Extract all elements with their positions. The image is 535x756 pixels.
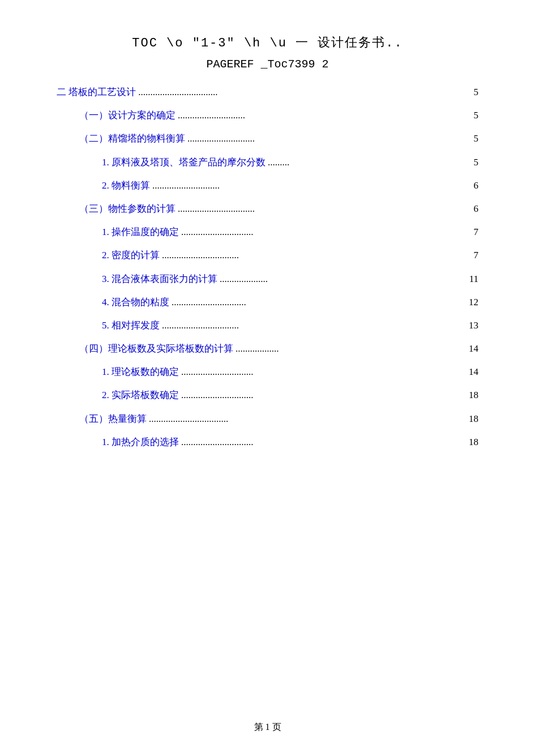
toc-page: 18 xyxy=(465,434,478,450)
toc-item: 二 塔板的工艺设计...............................… xyxy=(57,84,478,100)
toc-item: （一）设计方案的确定............................5 xyxy=(57,108,478,123)
toc-header: TOC \o "1-3" \h \u 一 设计任务书.. PAGEREF _To… xyxy=(57,34,478,71)
toc-label: （五）热量衡算 xyxy=(79,411,147,426)
toc-label: 4. 混合物的粘度 xyxy=(102,294,169,310)
toc-label: （一）设计方案的确定 xyxy=(79,108,176,123)
toc-item: （四）理论板数及实际塔板数的计算..................14 xyxy=(57,341,478,356)
toc-dots: ......... xyxy=(268,155,463,170)
toc-item: （二）精馏塔的物料衡算............................5 xyxy=(57,131,478,146)
toc-page: 14 xyxy=(465,364,478,379)
toc-item: 5. 相对挥发度................................… xyxy=(57,318,478,333)
toc-header-line2: PAGEREF _Toc7399 2 xyxy=(57,58,478,71)
toc-item: 2. 实际塔板数确定..............................… xyxy=(57,387,478,403)
toc-dots: ................................. xyxy=(138,84,463,100)
page-footer: 第 1 页 xyxy=(0,721,535,733)
toc-dots: ............................ xyxy=(187,131,463,146)
toc-dots: ................................. xyxy=(149,411,463,426)
toc-dots: .............................. xyxy=(181,224,463,240)
toc-item: 1. 原料液及塔顶、塔釜产品的摩尔分数.........5 xyxy=(57,155,478,170)
toc-label: 1. 理论板数的确定 xyxy=(102,364,179,379)
toc-page: 13 xyxy=(465,318,478,333)
toc-label: （四）理论板数及实际塔板数的计算 xyxy=(79,341,233,356)
toc-item: 1. 操作温度的确定..............................… xyxy=(57,224,478,240)
toc-item: 2. 密度的计算................................… xyxy=(57,247,478,263)
toc-item: 2. 物料衡算............................6 xyxy=(57,178,478,193)
toc-page: 5 xyxy=(465,84,478,100)
toc-label: 2. 密度的计算 xyxy=(102,247,160,263)
toc-page: 18 xyxy=(465,387,478,403)
toc-dots: ................................ xyxy=(162,318,463,333)
toc-dots: .................. xyxy=(236,341,463,356)
toc-item: （五）热量衡算.................................… xyxy=(57,411,478,426)
toc-item: 1. 理论板数的确定..............................… xyxy=(57,364,478,379)
toc-page: 6 xyxy=(465,201,478,216)
toc-label: 3. 混合液体表面张力的计算 xyxy=(102,271,217,287)
toc-label: 二 塔板的工艺设计 xyxy=(57,84,136,100)
toc-label: 1. 操作温度的确定 xyxy=(102,224,179,240)
toc-list: 二 塔板的工艺设计...............................… xyxy=(57,84,478,450)
toc-item: 3. 混合液体表面张力的计算....................11 xyxy=(57,271,478,287)
toc-label: （二）精馏塔的物料衡算 xyxy=(79,131,185,146)
toc-page: 12 xyxy=(465,294,478,310)
page: TOC \o "1-3" \h \u 一 设计任务书.. PAGEREF _To… xyxy=(0,0,535,756)
toc-dots: .............................. xyxy=(181,364,463,379)
toc-item: 1. 加热介质的选择..............................… xyxy=(57,434,478,450)
toc-dots: .............................. xyxy=(181,434,463,450)
toc-dots: ................................ xyxy=(162,247,463,263)
toc-page: 18 xyxy=(465,411,478,426)
toc-label: 2. 物料衡算 xyxy=(102,178,150,193)
toc-page: 5 xyxy=(465,108,478,123)
toc-label: 5. 相对挥发度 xyxy=(102,318,160,333)
toc-page: 5 xyxy=(465,155,478,170)
toc-label: 1. 原料液及塔顶、塔釜产品的摩尔分数 xyxy=(102,155,266,170)
toc-page: 14 xyxy=(465,341,478,356)
toc-page: 7 xyxy=(465,224,478,240)
toc-dots: .............................. xyxy=(181,387,463,403)
toc-item: （三）物性参数的计算..............................… xyxy=(57,201,478,216)
toc-header-line1: TOC \o "1-3" \h \u 一 设计任务书.. xyxy=(57,34,478,51)
toc-page: 11 xyxy=(465,271,478,287)
toc-page: 6 xyxy=(465,178,478,193)
toc-item: 4. 混合物的粘度...............................… xyxy=(57,294,478,310)
toc-page: 5 xyxy=(465,131,478,146)
toc-dots: .................... xyxy=(220,271,463,287)
toc-dots: ................................ xyxy=(178,201,463,216)
toc-label: 2. 实际塔板数确定 xyxy=(102,387,179,403)
toc-page: 7 xyxy=(465,247,478,263)
toc-dots: ............................... xyxy=(172,294,463,310)
toc-dots: ............................ xyxy=(178,108,463,123)
toc-label: （三）物性参数的计算 xyxy=(79,201,176,216)
toc-dots: ............................ xyxy=(152,178,463,193)
toc-label: 1. 加热介质的选择 xyxy=(102,434,179,450)
